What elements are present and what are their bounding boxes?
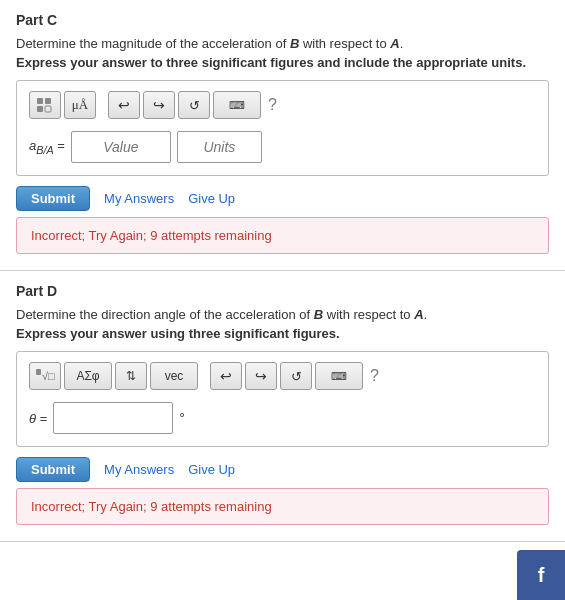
part-c-section: Part C Determine the magnitude of the ac…	[0, 0, 565, 271]
undo-icon: ↩	[118, 97, 130, 113]
refresh-button[interactable]: ↺	[178, 91, 210, 119]
part-d-redo-button[interactable]: ↪	[245, 362, 277, 390]
part-d-matrix-icon: √□	[35, 368, 55, 384]
arrows-button[interactable]: ⇅	[115, 362, 147, 390]
part-d-submit-row: Submit My Answers Give Up	[16, 457, 549, 482]
part-d-redo-icon: ↪	[255, 368, 267, 384]
keyboard-icon: ⌨	[229, 99, 245, 112]
part-d-give-up-link[interactable]: Give Up	[188, 462, 235, 477]
part-d-matrix-button[interactable]: √□	[29, 362, 61, 390]
part-d-help-button[interactable]: ?	[370, 367, 379, 385]
part-c-input-row: aB/A =	[29, 131, 536, 163]
svg-rect-0	[37, 98, 43, 104]
svg-rect-3	[45, 106, 51, 112]
degree-symbol: °	[179, 410, 185, 426]
part-d-refresh-icon: ↺	[291, 369, 302, 384]
part-c-value-input[interactable]	[71, 131, 171, 163]
svg-rect-4	[36, 369, 41, 375]
mu-button[interactable]: μÅ	[64, 91, 96, 119]
part-d-undo-button[interactable]: ↩	[210, 362, 242, 390]
undo-button[interactable]: ↩	[108, 91, 140, 119]
part-c-my-answers-link[interactable]: My Answers	[104, 191, 174, 206]
part-c-instruction1: Determine the magnitude of the accelerat…	[16, 36, 549, 51]
sigma-button[interactable]: ΑΣφ	[64, 362, 112, 390]
part-d-keyboard-icon: ⌨	[331, 370, 347, 383]
part-d-refresh-button[interactable]: ↺	[280, 362, 312, 390]
part-c-error-text: Incorrect; Try Again; 9 attempts remaini…	[31, 228, 272, 243]
part-c-toolbar: μÅ ↩ ↪ ↺ ⌨ ?	[29, 91, 536, 119]
part-d-error-text: Incorrect; Try Again; 9 attempts remaini…	[31, 499, 272, 514]
part-c-instruction2: Express your answer to three significant…	[16, 55, 549, 70]
part-d-my-answers-link[interactable]: My Answers	[104, 462, 174, 477]
part-d-instruction2: Express your answer using three signific…	[16, 326, 549, 341]
matrix-icon	[36, 97, 54, 113]
part-d-section: Part D Determine the direction angle of …	[0, 271, 565, 542]
part-c-give-up-link[interactable]: Give Up	[188, 191, 235, 206]
arrows-icon: ⇅	[126, 369, 136, 383]
sigma-symbol: ΑΣφ	[76, 369, 99, 383]
part-c-error-box: Incorrect; Try Again; 9 attempts remaini…	[16, 217, 549, 254]
help-button[interactable]: ?	[268, 96, 277, 114]
part-c-title: Part C	[16, 12, 549, 28]
redo-button[interactable]: ↪	[143, 91, 175, 119]
part-d-theta-input[interactable]	[53, 402, 173, 434]
refresh-icon: ↺	[189, 98, 200, 113]
svg-rect-1	[45, 98, 51, 104]
part-d-submit-button[interactable]: Submit	[16, 457, 90, 482]
mu-symbol: μÅ	[72, 97, 88, 113]
part-d-keyboard-button[interactable]: ⌨	[315, 362, 363, 390]
svg-rect-2	[37, 106, 43, 112]
part-c-input-label: aB/A =	[29, 138, 65, 156]
vec-label: vec	[165, 369, 184, 383]
svg-text:√□: √□	[42, 370, 55, 382]
part-d-title: Part D	[16, 283, 549, 299]
part-d-input-label: θ =	[29, 411, 47, 426]
part-d-toolbar: √□ ΑΣφ ⇅ vec ↩ ↪	[29, 362, 536, 390]
keyboard-button[interactable]: ⌨	[213, 91, 261, 119]
redo-icon: ↪	[153, 97, 165, 113]
part-d-input-row: θ = °	[29, 402, 536, 434]
part-d-undo-icon: ↩	[220, 368, 232, 384]
vec-button[interactable]: vec	[150, 362, 198, 390]
part-c-submit-row: Submit My Answers Give Up	[16, 186, 549, 211]
part-c-submit-button[interactable]: Submit	[16, 186, 90, 211]
part-c-answer-box: μÅ ↩ ↪ ↺ ⌨ ? aB/A =	[16, 80, 549, 176]
part-d-instruction1: Determine the direction angle of the acc…	[16, 307, 549, 322]
part-d-answer-box: √□ ΑΣφ ⇅ vec ↩ ↪	[16, 351, 549, 447]
part-d-error-box: Incorrect; Try Again; 9 attempts remaini…	[16, 488, 549, 525]
matrix-button[interactable]	[29, 91, 61, 119]
part-c-units-input[interactable]	[177, 131, 262, 163]
